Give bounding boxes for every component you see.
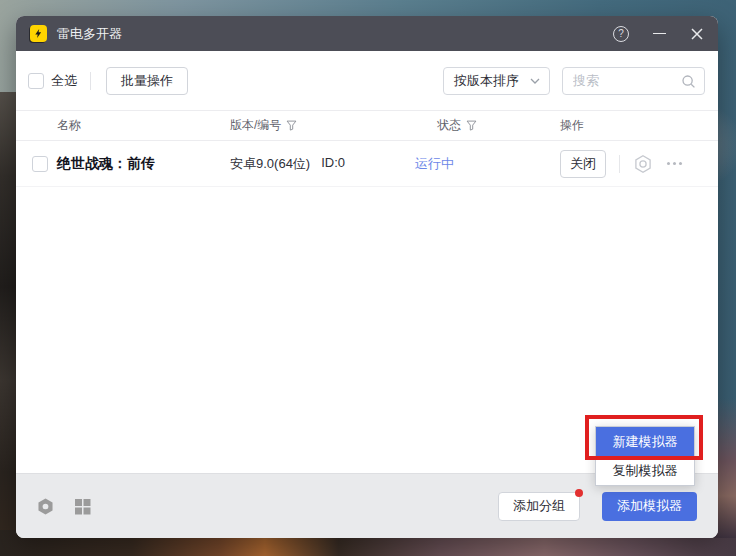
- menu-item-new-emulator[interactable]: 新建模拟器: [596, 427, 694, 456]
- emulator-version: 安卓9.0(64位): [230, 155, 310, 173]
- titlebar-actions: ?: [613, 26, 704, 42]
- status-badge: 运行中: [415, 155, 560, 173]
- window-title: 雷电多开器: [57, 25, 122, 43]
- column-name[interactable]: 名称: [57, 117, 230, 134]
- search-icon: [681, 74, 696, 89]
- add-emulator-button[interactable]: 添加模拟器: [602, 492, 697, 521]
- emulator-id: ID:0: [321, 155, 345, 173]
- titlebar[interactable]: 雷电多开器 ?: [16, 16, 718, 51]
- menu-item-copy-emulator[interactable]: 复制模拟器: [596, 456, 694, 485]
- desktop: 雷电多开器 ? 全选 批量操作 按版本排序: [0, 0, 736, 556]
- row-checkbox[interactable]: [32, 156, 48, 172]
- toolbar: 全选 批量操作 按版本排序: [16, 51, 718, 110]
- column-version-label: 版本/编号: [230, 117, 281, 134]
- stop-emulator-button[interactable]: 关闭: [560, 150, 606, 178]
- select-all-checkbox[interactable]: [28, 73, 44, 89]
- notification-dot: [575, 489, 583, 497]
- settings-gear-icon[interactable]: [633, 154, 653, 174]
- toolbar-right: 按版本排序: [443, 67, 705, 95]
- table-header: 名称 版本/编号 状态 操作: [16, 110, 718, 141]
- context-menu: 新建模拟器 复制模拟器: [595, 426, 695, 486]
- column-version[interactable]: 版本/编号: [230, 117, 415, 134]
- app-window: 雷电多开器 ? 全选 批量操作 按版本排序: [16, 16, 718, 538]
- sort-dropdown-value: 按版本排序: [454, 72, 519, 90]
- row-operations: 关闭: [560, 150, 718, 178]
- column-status[interactable]: 状态: [415, 117, 560, 134]
- select-all-label: 全选: [51, 72, 77, 90]
- search-box: [562, 67, 705, 95]
- operations-divider: [619, 155, 620, 173]
- emulator-name: 绝世战魂：前传: [57, 155, 230, 173]
- grid-apps-icon[interactable]: [74, 498, 91, 515]
- close-icon[interactable]: [690, 27, 704, 41]
- batch-operations-button[interactable]: 批量操作: [106, 67, 188, 95]
- settings-gear-icon[interactable]: [36, 497, 55, 516]
- chevron-down-icon: [530, 78, 540, 84]
- column-status-label: 状态: [437, 117, 461, 134]
- more-ellipsis-icon[interactable]: [667, 162, 682, 165]
- table-row[interactable]: 绝世战魂：前传 安卓9.0(64位) ID:0 运行中 关闭: [16, 141, 718, 187]
- filter-funnel-icon[interactable]: [286, 120, 297, 131]
- add-group-label: 添加分组: [513, 497, 565, 515]
- emulator-version-cell: 安卓9.0(64位) ID:0: [230, 155, 415, 173]
- sort-dropdown[interactable]: 按版本排序: [443, 67, 550, 95]
- toolbar-divider: [90, 72, 91, 90]
- minimize-icon[interactable]: [653, 27, 666, 41]
- add-group-button[interactable]: 添加分组: [498, 492, 580, 521]
- footer-actions: 添加分组 添加模拟器: [498, 492, 697, 521]
- app-logo-icon: [30, 25, 47, 42]
- filter-funnel-icon[interactable]: [466, 120, 477, 131]
- help-icon[interactable]: ?: [613, 26, 629, 42]
- column-operations[interactable]: 操作: [560, 117, 718, 134]
